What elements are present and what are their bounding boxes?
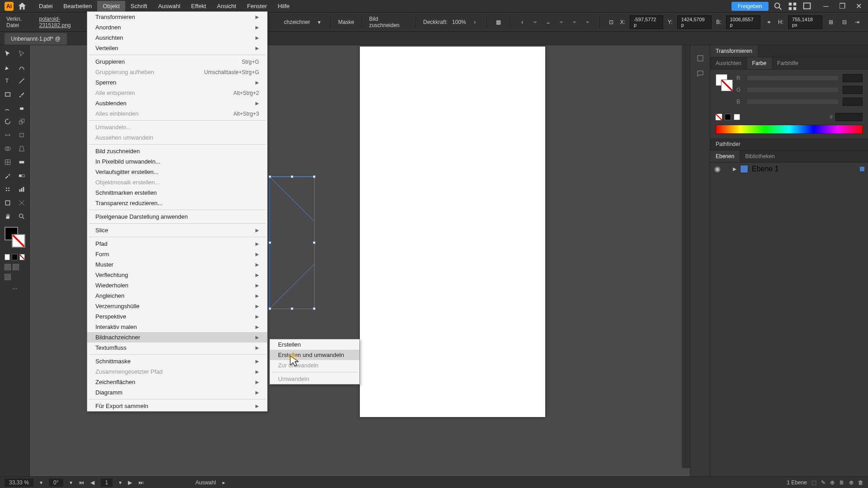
transform-panel-tab[interactable]: Transformieren	[710, 45, 758, 57]
g-field[interactable]	[843, 86, 863, 94]
object-menu-item-35[interactable]: Bildnachzeichner▶	[87, 332, 267, 343]
status-icon4[interactable]: 🗎	[839, 479, 844, 486]
paintbrush-tool[interactable]	[16, 89, 28, 100]
w-field[interactable]: 1006,8557 p	[726, 15, 760, 29]
properties-icon[interactable]	[693, 52, 707, 65]
menu-auswahl[interactable]: Auswahl	[153, 1, 186, 11]
slice-tool[interactable]	[16, 197, 28, 209]
handle-bm[interactable]	[291, 307, 293, 310]
arrange-icon[interactable]	[788, 1, 797, 11]
object-menu-item-2[interactable]: Ausrichten▶	[87, 33, 267, 43]
artboard-tool[interactable]	[2, 197, 14, 209]
color-panel-tab[interactable]: Farbe	[747, 57, 772, 69]
gradient-mode-swatch[interactable]	[12, 254, 17, 260]
close-icon[interactable]: ✕	[854, 1, 863, 11]
object-menu-item-27[interactable]: Form▶	[87, 249, 267, 259]
object-menu-item-33[interactable]: Perspektive▶	[87, 311, 267, 322]
artboard[interactable]	[360, 47, 545, 417]
layer-name[interactable]: Ebene 1	[752, 165, 779, 173]
object-menu-item-41[interactable]: Diagramm▶	[87, 387, 267, 398]
crop-button[interactable]: Bild zuschneiden	[369, 16, 408, 28]
handle-ml[interactable]	[269, 241, 271, 244]
object-menu-item-24[interactable]: Slice▶	[87, 225, 267, 235]
x-field[interactable]: -597,5772 p	[630, 15, 663, 29]
rotate-dropdown-icon[interactable]: ▾	[70, 479, 72, 486]
object-menu-item-16[interactable]: In Pixelbild umwandeln...	[87, 156, 267, 167]
y-field[interactable]: 1424,5709 p	[677, 15, 712, 29]
object-menu-item-9[interactable]: Ausblenden▶	[87, 98, 267, 108]
menu-objekt[interactable]: Objekt	[97, 1, 125, 11]
artboard-next2-icon[interactable]: ⏭	[138, 479, 144, 486]
handle-tr[interactable]	[313, 175, 316, 178]
status-icon1[interactable]: ⬚	[811, 479, 816, 486]
rotate-field[interactable]: 0°	[49, 479, 63, 487]
color-mode-swatch[interactable]	[5, 254, 10, 260]
trace-partial[interactable]: chzeichner	[284, 19, 310, 25]
menu-datei[interactable]: Datei	[33, 1, 58, 11]
symbol-tool[interactable]	[2, 183, 14, 195]
rotate-tool[interactable]	[2, 116, 14, 127]
zoom-tool[interactable]	[16, 211, 28, 222]
scrollbar-v[interactable]	[682, 45, 690, 468]
chevron-right-icon[interactable]: ›	[471, 18, 479, 27]
object-menu-item-3[interactable]: Verteilen▶	[87, 43, 267, 53]
artboard-prev-icon[interactable]: ⏮	[79, 479, 84, 486]
hand-tool[interactable]	[2, 211, 14, 222]
minimize-icon[interactable]: ─	[821, 1, 831, 11]
eyedropper-tool[interactable]	[2, 170, 14, 182]
shaper-tool[interactable]	[2, 102, 14, 114]
direct-selection-tool[interactable]	[16, 48, 28, 60]
handle-br[interactable]	[313, 307, 316, 310]
layer-row[interactable]: ◉ ▸ Ebene 1	[710, 163, 868, 175]
more-tools-icon[interactable]: ···	[2, 283, 28, 292]
object-menu-item-22[interactable]: Pixelgenaue Darstellung anwenden	[87, 211, 267, 222]
submenu-item-1[interactable]: Erstellen und umwandeln	[270, 350, 359, 360]
zoom-field[interactable]: 33,33 %	[5, 479, 33, 487]
object-menu-item-31[interactable]: Angleichen▶	[87, 291, 267, 301]
layers-tab[interactable]: Ebenen	[710, 150, 740, 162]
align-bottom-icon[interactable]: ⫟	[583, 18, 592, 27]
object-menu-item-15[interactable]: Bild zuschneiden	[87, 146, 267, 156]
menu-hilfe[interactable]: Hilfe	[273, 1, 295, 11]
transform-ref-icon[interactable]: ⊡	[607, 18, 615, 27]
object-menu-item-32[interactable]: Verzerrungshülle▶	[87, 301, 267, 311]
status-icon2[interactable]: ✎	[821, 479, 826, 486]
object-menu-item-19[interactable]: Schnittmarken erstellen	[87, 188, 267, 198]
filename-label[interactable]: polaroid-2315182.png	[39, 16, 90, 28]
home-icon[interactable]	[17, 1, 27, 11]
stroke-color-swatch[interactable]	[721, 80, 733, 91]
mask-button[interactable]: Maske	[338, 19, 354, 25]
h-field[interactable]: 755,1418 px	[788, 15, 822, 29]
placed-image[interactable]	[269, 176, 315, 309]
align-panel-tab[interactable]: Ausrichten	[710, 57, 747, 69]
menu-effekt[interactable]: Effekt	[186, 1, 212, 11]
object-menu-item-29[interactable]: Verflechtung▶	[87, 270, 267, 280]
menu-fenster[interactable]: Fenster	[241, 1, 272, 11]
object-menu-item-26[interactable]: Pfad▶	[87, 239, 267, 249]
handle-bl[interactable]	[269, 307, 271, 310]
b-field[interactable]	[843, 98, 863, 106]
selection-tool[interactable]	[2, 48, 14, 60]
status-delete-icon[interactable]: 🗑	[858, 479, 863, 486]
artboard-num[interactable]: 1	[101, 479, 113, 487]
tool-arrow-icon[interactable]: ▸	[222, 479, 225, 486]
white-swatch[interactable]	[734, 114, 740, 120]
fill-stroke-swatches[interactable]	[2, 227, 28, 251]
object-menu-item-38[interactable]: Schnittmaske▶	[87, 356, 267, 366]
rectangle-tool[interactable]	[2, 89, 14, 100]
draw-behind-icon[interactable]	[13, 264, 19, 270]
mesh-tool[interactable]	[2, 156, 14, 168]
document-tab[interactable]: Unbenannt-1.pdf* @	[5, 33, 67, 45]
artboard-prev2-icon[interactable]: ◀	[90, 479, 94, 486]
none-mode-swatch[interactable]	[19, 254, 25, 260]
type-tool[interactable]: T	[2, 75, 14, 87]
layer-expand-icon[interactable]: ▸	[733, 164, 736, 173]
pathfinder-header[interactable]: Pathfinder	[710, 138, 868, 150]
handle-mr[interactable]	[313, 241, 316, 244]
dropdown-icon[interactable]: ▾	[315, 18, 323, 27]
libraries-tab[interactable]: Bibliotheken	[740, 150, 780, 162]
object-menu-item-0[interactable]: Transformieren▶	[87, 12, 267, 22]
handle-tm[interactable]	[291, 175, 293, 178]
align-icon-1[interactable]: ▦	[494, 18, 503, 27]
extra-icon[interactable]: ⊞	[827, 18, 835, 27]
